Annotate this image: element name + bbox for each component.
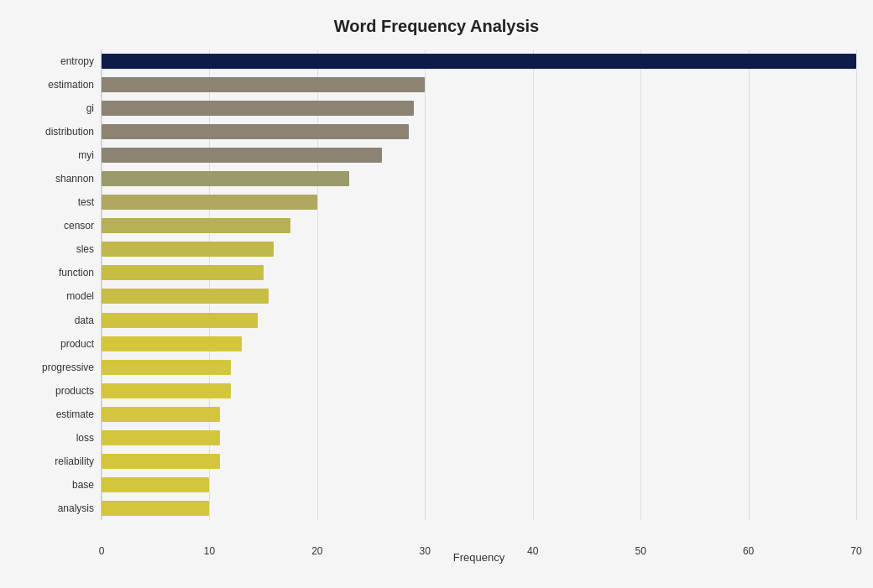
y-label: loss (76, 433, 94, 443)
bar-row (102, 240, 856, 258)
x-axis-label: Frequency (453, 551, 504, 564)
x-tick: 20 (311, 545, 322, 557)
bar (102, 336, 242, 351)
y-label: progressive (42, 362, 94, 372)
bar (102, 242, 274, 257)
y-label: distribution (45, 127, 94, 137)
y-label: censor (64, 221, 94, 231)
bar (102, 171, 349, 186)
gridline (102, 49, 102, 520)
chart-container: Word Frequency Analysis entropyestimatio… (0, 0, 873, 588)
bar-row (102, 382, 856, 400)
y-label: function (59, 268, 94, 278)
y-label: products (55, 386, 94, 396)
gridline (425, 49, 426, 520)
bar-row (102, 358, 856, 377)
gridline (749, 49, 750, 520)
bar (102, 101, 414, 116)
y-label: gi (86, 103, 94, 113)
gridline (533, 49, 534, 520)
y-label: analysis (58, 503, 94, 513)
bar-row (102, 99, 856, 117)
bar-row (102, 429, 856, 447)
bar (102, 360, 231, 375)
bar (102, 77, 425, 92)
y-label: reliability (55, 456, 94, 466)
x-tick: 70 (850, 545, 861, 557)
x-tick: 50 (635, 545, 646, 557)
x-tick: 10 (204, 545, 215, 557)
bar-row (102, 216, 856, 235)
bar-row (102, 52, 856, 70)
bar (102, 313, 258, 328)
bar-row (102, 311, 856, 330)
bar (102, 148, 382, 163)
y-label: shannon (55, 174, 94, 184)
bar (102, 265, 264, 280)
bar-row (102, 169, 856, 188)
x-tick: 0 (99, 545, 105, 557)
bar (102, 407, 220, 422)
bar-row (102, 122, 856, 141)
y-label: entropy (60, 56, 94, 66)
bar (102, 383, 231, 398)
bar-row (102, 452, 856, 471)
bar-row (102, 335, 856, 353)
x-tick: 40 (527, 545, 538, 557)
bar-row (102, 405, 856, 424)
bar-row (102, 499, 856, 518)
bar (102, 218, 290, 233)
y-label: myi (78, 150, 94, 160)
bar-row (102, 193, 856, 211)
x-tick: 60 (743, 545, 754, 557)
gridline (317, 49, 318, 520)
gridline (209, 49, 210, 520)
y-label: data (75, 315, 94, 325)
bar-row (102, 146, 856, 164)
bar-row (102, 287, 856, 305)
bar (102, 477, 209, 492)
chart-title: Word Frequency Analysis (17, 17, 856, 36)
x-tick: 30 (420, 545, 431, 557)
bar-row (102, 263, 856, 282)
plot-area: 010203040506070 Frequency (101, 49, 856, 520)
bar (102, 124, 409, 139)
bar (102, 454, 220, 469)
bar (102, 195, 317, 210)
y-label: sles (76, 244, 94, 254)
y-label: model (66, 291, 94, 301)
bar-row (102, 75, 856, 94)
y-labels: entropyestimationgidistributionmyishanno… (17, 49, 101, 520)
bar (102, 54, 856, 69)
y-label: estimate (56, 409, 94, 419)
y-label: test (78, 197, 94, 207)
gridline (856, 49, 857, 520)
bar (102, 289, 269, 304)
gridline (640, 49, 641, 520)
y-label: estimation (48, 80, 94, 90)
bar-row (102, 476, 856, 494)
chart-area: entropyestimationgidistributionmyishanno… (17, 49, 856, 520)
bar (102, 430, 220, 445)
y-label: product (60, 339, 94, 349)
bar (102, 501, 209, 516)
y-label: base (72, 480, 94, 490)
